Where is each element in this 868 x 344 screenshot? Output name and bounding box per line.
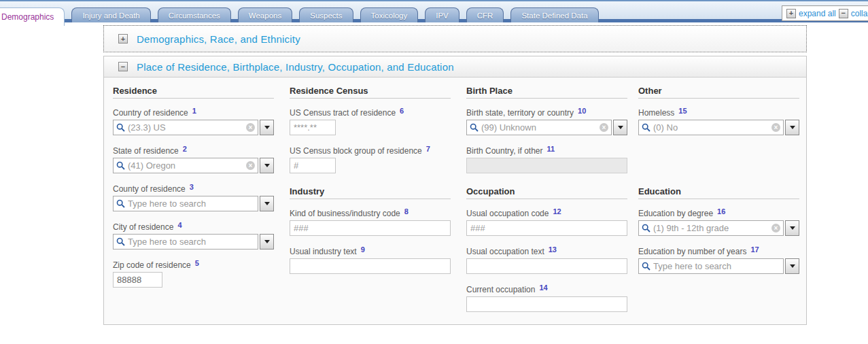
column-other-education: Other Homeless15 (0) No × Education — [638, 86, 808, 323]
lookup-placeholder: Type here to search — [128, 237, 255, 247]
current-occupation-input[interactable] — [466, 296, 627, 312]
dropdown-arrow-button[interactable] — [613, 120, 627, 135]
education-by-years-lookup[interactable]: Type here to search — [638, 258, 784, 274]
birth-country-input — [466, 158, 627, 173]
collapse-all-link[interactable]: collapse all — [851, 9, 868, 18]
clear-icon[interactable]: × — [771, 123, 780, 132]
chevron-down-icon — [264, 164, 270, 167]
field-number: 16 — [717, 207, 725, 216]
dropdown-arrow-button[interactable] — [260, 196, 274, 211]
expand-section-icon[interactable]: + — [118, 34, 128, 44]
tab-cfr[interactable]: CFR — [466, 7, 504, 22]
clear-icon[interactable]: × — [246, 123, 255, 132]
group-heading: Residence — [113, 86, 274, 99]
field-label: Country of residence — [113, 108, 188, 118]
birth-state-lookup[interactable]: (99) Unknown × — [466, 120, 612, 135]
zip-code-input[interactable] — [113, 272, 162, 288]
tab-ipv[interactable]: IPV — [425, 7, 459, 22]
expand-all-icon[interactable]: + — [786, 9, 796, 18]
census-tract-input[interactable] — [290, 120, 336, 135]
chevron-down-icon — [790, 226, 795, 230]
group-heading: Residence Census — [290, 86, 451, 99]
field-label: Kind of business/industry code — [290, 209, 400, 218]
field-country-of-residence: Country of residence1 (23.3) US × — [113, 108, 290, 146]
city-of-residence-lookup[interactable]: Type here to search — [113, 234, 258, 250]
chevron-down-icon — [790, 264, 795, 268]
lookup-placeholder: Type here to search — [653, 261, 780, 271]
field-number: 10 — [578, 107, 586, 115]
state-of-residence-lookup[interactable]: (41) Oregon × — [113, 158, 258, 173]
search-icon — [116, 123, 125, 132]
expand-all-link[interactable]: expand all — [799, 9, 836, 18]
lookup-value: (0) No — [653, 122, 769, 133]
group-industry: Industry Kind of business/industry code8… — [290, 186, 466, 285]
dropdown-arrow-button[interactable] — [260, 158, 274, 173]
search-icon — [116, 199, 125, 208]
lookup-placeholder: Type here to search — [128, 199, 255, 209]
clear-icon[interactable]: × — [246, 161, 255, 170]
group-heading: Occupation — [466, 186, 627, 199]
tab-demographics[interactable]: Demographics — [0, 7, 65, 26]
tab-circumstances[interactable]: Circumstances — [158, 7, 231, 22]
dropdown-arrow-button[interactable] — [260, 234, 274, 250]
search-icon — [116, 237, 125, 246]
tab-bar: Demographics Injury and Death Circumstan… — [0, 0, 868, 22]
field-birth-state: Birth state, territory or country10 (99)… — [466, 108, 638, 146]
form-grid: Residence Country of residence1 (23.3) U… — [104, 78, 806, 323]
usual-occupation-code-input[interactable] — [466, 220, 627, 236]
field-homeless: Homeless15 (0) No × — [638, 108, 808, 146]
section-title: Place of Residence, Birthplace, Industry… — [137, 61, 454, 73]
clear-icon[interactable]: × — [600, 123, 608, 132]
dropdown-arrow-button[interactable] — [785, 220, 799, 236]
chevron-down-icon — [790, 126, 795, 129]
field-county-of-residence: County of residence3 Type here to search — [113, 184, 290, 222]
field-label: State of residence — [113, 146, 179, 156]
lookup-value: (23.3) US — [128, 122, 243, 133]
tab-toxicology[interactable]: Toxicology — [360, 7, 419, 22]
census-block-group-input[interactable] — [290, 158, 336, 173]
tab-suspects[interactable]: Suspects — [299, 7, 353, 22]
homeless-lookup[interactable]: (0) No × — [638, 120, 784, 135]
chevron-down-icon — [264, 202, 270, 205]
clear-icon[interactable]: × — [771, 224, 780, 233]
field-number: 5 — [195, 259, 199, 267]
field-state-of-residence: State of residence2 (41) Oregon × — [113, 146, 290, 184]
field-number: 12 — [553, 207, 561, 216]
field-birth-country-if-other: Birth Country, if other11 — [466, 146, 638, 184]
section-place-of-residence: − Place of Residence, Birthplace, Indust… — [103, 56, 807, 325]
tab-injury-and-death[interactable]: Injury and Death — [71, 7, 150, 22]
group-occupation: Occupation Usual occupation code12 Usual… — [466, 186, 638, 323]
field-number: 17 — [750, 245, 759, 254]
dropdown-arrow-button[interactable] — [785, 120, 799, 135]
field-label: Education by degree — [638, 209, 713, 218]
usual-industry-text-input[interactable] — [290, 258, 451, 274]
field-number: 11 — [547, 145, 555, 153]
field-number: 8 — [404, 207, 409, 216]
tab-state-defined-data[interactable]: State Defined Data — [510, 7, 598, 22]
field-label: Zip code of residence — [113, 260, 191, 270]
field-number: 1 — [192, 107, 196, 115]
group-heading: Industry — [290, 186, 451, 199]
collapse-all-icon[interactable]: − — [839, 9, 848, 18]
country-of-residence-lookup[interactable]: (23.3) US × — [113, 120, 258, 135]
lookup-value: (1) 9th - 12th grade — [653, 223, 769, 233]
dropdown-arrow-button[interactable] — [260, 120, 274, 135]
county-of-residence-lookup[interactable]: Type here to search — [113, 196, 258, 211]
field-number: 6 — [400, 107, 404, 115]
group-heading: Birth Place — [466, 86, 627, 99]
search-icon — [116, 161, 125, 170]
field-census-tract: US Census tract of residence6 — [290, 108, 466, 146]
field-usual-industry-text: Usual industry text9 — [290, 247, 466, 285]
field-number: 14 — [539, 283, 547, 292]
education-by-degree-lookup[interactable]: (1) 9th - 12th grade × — [638, 220, 784, 236]
usual-occupation-text-input[interactable] — [466, 258, 627, 274]
chevron-down-icon — [264, 240, 270, 243]
section-demographics-race-ethnicity: + Demographics, Race, and Ethnicity — [103, 25, 807, 52]
tab-weapons[interactable]: Weapons — [238, 7, 292, 22]
dropdown-arrow-button[interactable] — [785, 258, 799, 274]
industry-code-input[interactable] — [290, 220, 451, 236]
field-label: US Census block group of residence — [290, 146, 422, 156]
tab-list: Demographics Injury and Death Circumstan… — [0, 7, 599, 22]
field-label: County of residence — [113, 184, 186, 194]
collapse-section-icon[interactable]: − — [118, 62, 128, 71]
